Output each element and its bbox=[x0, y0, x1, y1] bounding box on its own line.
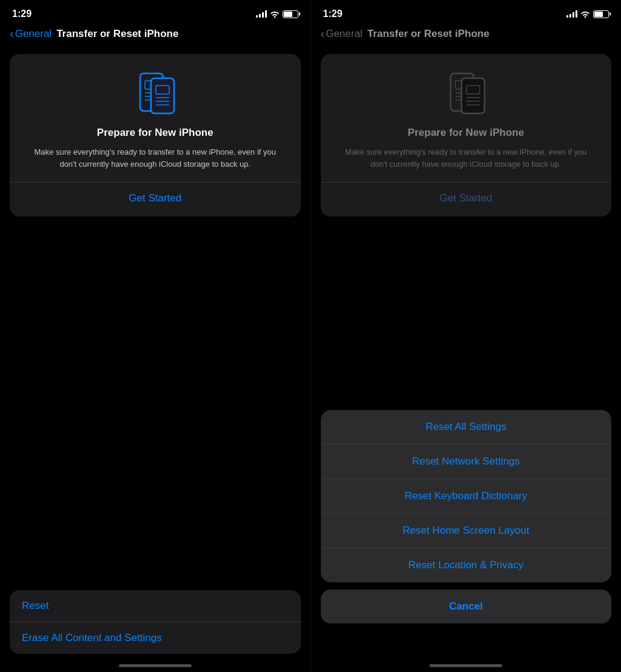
right-back-label[interactable]: General bbox=[326, 28, 362, 40]
reset-all-settings-button[interactable]: Reset All Settings bbox=[321, 410, 612, 445]
reset-keyboard-dictionary-button[interactable]: Reset Keyboard Dictionary bbox=[321, 479, 612, 514]
right-card-desc: Make sure everything's ready to transfer… bbox=[333, 146, 600, 170]
reset-home-screen-layout-button[interactable]: Reset Home Screen Layout bbox=[321, 514, 612, 548]
reset-location-privacy-button[interactable]: Reset Location & Privacy bbox=[321, 548, 612, 582]
cancel-button[interactable]: Cancel bbox=[321, 590, 612, 623]
right-signal-icon bbox=[566, 10, 577, 18]
left-get-started-button[interactable]: Get Started bbox=[22, 192, 289, 204]
left-prepare-card: Prepare for New iPhone Make sure everyth… bbox=[10, 54, 301, 217]
right-get-started-button[interactable]: Get Started bbox=[333, 192, 600, 204]
left-reset-list: Reset Erase All Content and Settings bbox=[10, 590, 301, 654]
right-prepare-card: Prepare for New iPhone Make sure everyth… bbox=[321, 54, 612, 217]
left-time: 1:29 bbox=[12, 8, 32, 19]
right-battery-icon bbox=[593, 10, 609, 18]
right-reset-modal-container: Reset All Settings Reset Network Setting… bbox=[321, 410, 612, 623]
right-phones-icon bbox=[333, 69, 600, 117]
right-home-indicator bbox=[429, 664, 502, 667]
left-bottom-section: Reset Erase All Content and Settings bbox=[0, 590, 310, 672]
left-status-bar: 1:29 bbox=[0, 0, 310, 24]
left-erase-item[interactable]: Erase All Content and Settings bbox=[10, 622, 301, 654]
reset-network-settings-button[interactable]: Reset Network Settings bbox=[321, 445, 612, 479]
svg-rect-5 bbox=[151, 78, 174, 113]
right-phone-panel: 1:29 ‹ General Transfer or Reset iPhone bbox=[311, 0, 622, 672]
left-back-button[interactable]: ‹ General bbox=[10, 27, 52, 41]
right-status-icons bbox=[566, 10, 609, 18]
right-card-title: Prepare for New iPhone bbox=[333, 127, 600, 139]
right-chevron-icon: ‹ bbox=[321, 27, 325, 41]
right-panel-content: Prepare for New iPhone Make sure everyth… bbox=[311, 48, 622, 672]
right-time: 1:29 bbox=[323, 8, 343, 19]
left-signal-icon bbox=[256, 10, 267, 18]
left-nav-bar: ‹ General Transfer or Reset iPhone bbox=[0, 24, 310, 48]
right-nav-title: Transfer or Reset iPhone bbox=[368, 28, 489, 40]
right-nav-bar: ‹ General Transfer or Reset iPhone bbox=[311, 24, 622, 48]
left-battery-icon bbox=[283, 10, 298, 18]
left-panel-content: Prepare for New iPhone Make sure everyth… bbox=[0, 48, 310, 672]
svg-rect-15 bbox=[462, 78, 485, 113]
left-card-title: Prepare for New iPhone bbox=[22, 127, 289, 139]
left-phone-panel: 1:29 ‹ General Transfer or Reset iPhone bbox=[0, 0, 310, 672]
left-reset-item-0[interactable]: Reset bbox=[10, 590, 301, 622]
right-status-bar: 1:29 bbox=[311, 0, 622, 24]
left-status-icons bbox=[256, 10, 298, 18]
left-card-divider bbox=[10, 182, 301, 183]
left-back-label[interactable]: General bbox=[15, 28, 52, 40]
left-home-indicator bbox=[119, 664, 192, 667]
right-card-divider bbox=[321, 182, 612, 183]
left-nav-title: Transfer or Reset iPhone bbox=[56, 28, 178, 40]
left-wifi-icon bbox=[270, 10, 280, 18]
right-wifi-icon bbox=[580, 10, 590, 18]
right-reset-modal-list: Reset All Settings Reset Network Setting… bbox=[321, 410, 612, 582]
left-chevron-icon: ‹ bbox=[10, 27, 14, 41]
right-back-button[interactable]: ‹ General bbox=[321, 27, 363, 41]
left-card-desc: Make sure everything's ready to transfer… bbox=[22, 146, 289, 170]
left-phones-icon bbox=[22, 69, 289, 117]
